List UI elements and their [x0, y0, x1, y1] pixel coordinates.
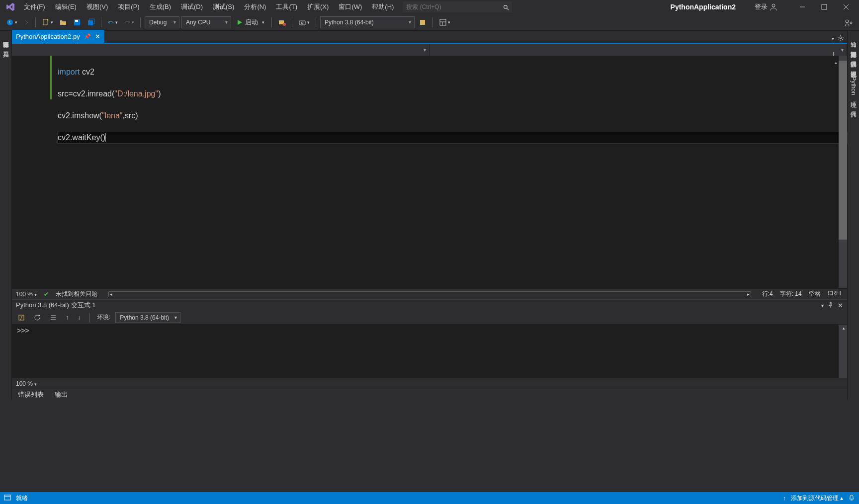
svg-point-7 [7, 19, 13, 25]
nav-forward-button[interactable] [21, 16, 31, 28]
svg-point-2 [772, 4, 775, 7]
property-manager-tab[interactable]: 属性管理器 [848, 55, 859, 59]
vertical-scrollbar[interactable] [839, 56, 847, 288]
menu-project[interactable]: 项目(P) [113, 0, 144, 13]
package-button[interactable] [417, 16, 429, 28]
pin-icon[interactable]: 📌 [84, 33, 91, 40]
history-up-button[interactable]: ↑ [64, 312, 71, 324]
nav-back-button[interactable]: ▾ [4, 16, 19, 28]
menu-debug[interactable]: 调试(D) [176, 0, 208, 13]
menu-help[interactable]: 帮助(H) [367, 0, 399, 13]
login-button[interactable]: 登录 [751, 2, 781, 11]
minimize-button[interactable] [791, 0, 813, 13]
server-explorer-tab[interactable]: 服务器资源管理器 [0, 35, 11, 39]
start-debug-button[interactable]: 启动▾ [233, 16, 267, 28]
history-down-button[interactable]: ↓ [76, 312, 83, 324]
svg-rect-15 [299, 21, 305, 25]
main-area: 服务器资源管理器 工具箱 PythonApplication2.py 📌 ✕ ▾… [0, 31, 859, 400]
interactive-title-bar: Python 3.8 (64-bit) 交互式 1 ▾ ✕ [12, 300, 847, 311]
member-combo[interactable] [430, 44, 847, 56]
search-icon[interactable] [502, 3, 510, 11]
error-list-tab[interactable]: 错误列表 [16, 389, 46, 400]
eol-label[interactable]: CRLF [828, 290, 843, 298]
properties-tab[interactable]: 属性 [848, 105, 859, 109]
close-button[interactable] [835, 0, 857, 13]
status-ready: 就绪 [16, 494, 28, 503]
status-bar: 就绪 ↑ 添加到源代码管理 ▴ [0, 492, 859, 504]
tab-overflow-button[interactable]: ▾ [832, 36, 834, 41]
svg-point-23 [840, 37, 842, 39]
bell-icon[interactable] [848, 494, 855, 503]
toolbox-tab[interactable]: 工具箱 [0, 45, 11, 49]
title-bar: 文件(F) 编辑(E) 视图(V) 项目(P) 生成(B) 调试(D) 测试(S… [0, 0, 859, 14]
platform-combo[interactable]: Any CPU [181, 16, 231, 28]
menu-view[interactable]: 视图(V) [82, 0, 113, 13]
interactive-title: Python 3.8 (64-bit) 交互式 1 [16, 301, 95, 310]
pane-menu-button[interactable]: ▾ [821, 303, 824, 308]
layout-button[interactable]: ▾ [437, 16, 452, 28]
notifications-tab[interactable]: 通知 [848, 35, 859, 39]
zoom-combo[interactable]: 100 % [16, 291, 37, 298]
ins-label[interactable]: 空格 [809, 290, 821, 298]
editor-tab[interactable]: PythonApplication2.py 📌 ✕ [12, 30, 104, 43]
clear-button[interactable] [48, 312, 59, 324]
scope-combo[interactable] [12, 44, 430, 56]
output-tab[interactable]: 输出 [53, 389, 70, 400]
interactive-body[interactable]: >>> ▴ [12, 325, 847, 378]
python-env-combo[interactable]: Python 3.8 (64-bit) [320, 16, 415, 28]
search-input[interactable] [403, 1, 512, 12]
horizontal-scrollbar[interactable]: ◂▸ [108, 291, 751, 297]
scm-button[interactable]: 添加到源代码管理 ▴ [791, 494, 843, 503]
interactive-scrollbar[interactable]: ▴ [839, 325, 847, 378]
bottom-tabs: 错误列表 输出 [12, 389, 847, 400]
svg-point-22 [850, 22, 852, 24]
live-share-button[interactable] [842, 16, 855, 28]
redo-button[interactable]: ▾ [122, 16, 136, 28]
config-combo[interactable]: Debug [145, 16, 179, 28]
pin-icon[interactable] [828, 302, 834, 309]
menu-edit[interactable]: 编辑(E) [50, 0, 82, 13]
svg-rect-17 [420, 20, 425, 25]
camera-button[interactable]: ▾ [296, 16, 312, 28]
tab-settings-button[interactable] [837, 34, 844, 43]
menu-build[interactable]: 生成(B) [145, 0, 176, 13]
interactive-pane: Python 3.8 (64-bit) 交互式 1 ▾ ✕ ↑ ↓ 环境: Py… [12, 299, 847, 389]
editor-statusbar: 100 % ✔ 未找到相关问题 ◂▸ 行:4 字符: 14 空格 CRLF [12, 288, 847, 299]
undo-button[interactable]: ▾ [105, 16, 120, 28]
maximize-button[interactable] [813, 0, 835, 13]
interactive-zoom[interactable]: 100 % ▾ [16, 380, 37, 387]
menu-test[interactable]: 测试(S) [208, 0, 239, 13]
svg-point-16 [301, 22, 303, 24]
reset-button[interactable] [32, 312, 43, 324]
menu-tools[interactable]: 工具(T) [271, 0, 302, 13]
gutter [12, 56, 42, 288]
svg-rect-28 [4, 495, 10, 500]
menu-window[interactable]: 窗口(W) [334, 0, 367, 13]
svg-rect-8 [43, 19, 47, 25]
svg-rect-4 [822, 4, 827, 9]
menu-analyze[interactable]: 分析(N) [239, 0, 271, 13]
open-file-button[interactable] [57, 16, 69, 28]
code-editor[interactable]: ⫞ ▴ import cv2 src=cv2.imread("D:/lena.j… [12, 56, 847, 288]
menu-file[interactable]: 文件(F) [19, 0, 50, 13]
nav-bar [12, 44, 847, 56]
env-label: 环境: [97, 313, 110, 322]
resource-view-tab[interactable]: 资源视图 [848, 65, 859, 69]
col-label[interactable]: 字符: 14 [780, 290, 802, 298]
scope-button[interactable] [16, 312, 27, 324]
new-file-button[interactable]: ▾ [40, 16, 55, 28]
env-combo[interactable]: Python 3.8 (64-bit) [115, 312, 180, 323]
project-name: PythonApplication2 [656, 3, 751, 11]
close-icon[interactable]: ✕ [838, 302, 843, 309]
save-button[interactable] [71, 16, 83, 28]
menu-extensions[interactable]: 扩展(X) [302, 0, 334, 13]
interactive-footer: 100 % ▾ [12, 378, 847, 389]
attach-process-button[interactable] [276, 16, 288, 28]
repl-prompt: >>> [17, 327, 29, 335]
python-env-tab[interactable]: Python 环境 [848, 75, 859, 99]
line-label[interactable]: 行:4 [762, 290, 773, 298]
save-all-button[interactable] [85, 16, 97, 28]
solution-explorer-tab[interactable]: 解决方案资源管理器 [848, 45, 859, 49]
close-icon[interactable]: ✕ [95, 33, 100, 40]
interactive-toolbar: ↑ ↓ 环境: Python 3.8 (64-bit) [12, 311, 847, 325]
